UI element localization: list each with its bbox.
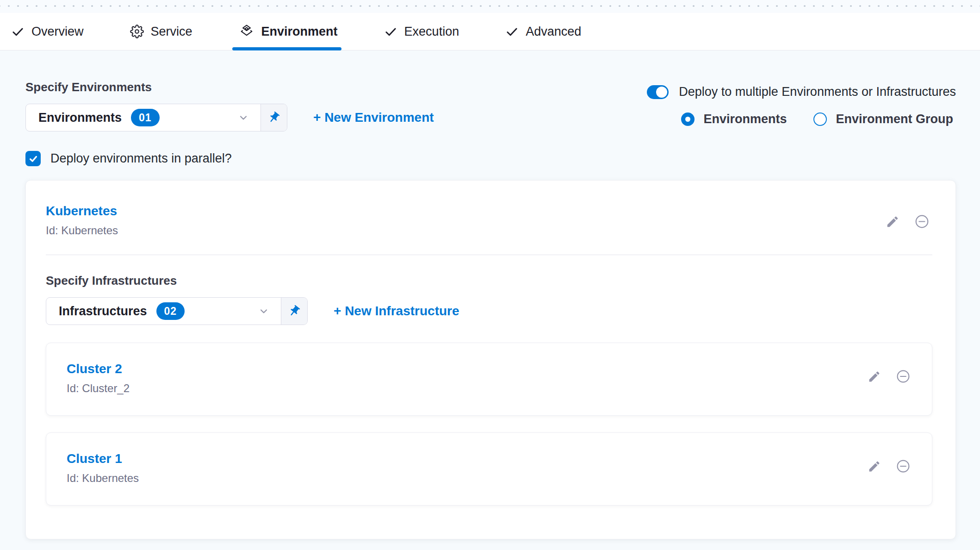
remove-infrastructure-button[interactable]	[896, 459, 911, 474]
check-icon	[384, 25, 397, 38]
environment-id: Id: Kubernetes	[46, 224, 118, 237]
radio-environments-label: Environments	[703, 112, 787, 126]
check-icon	[28, 154, 38, 164]
toggle-knob	[656, 87, 667, 98]
infrastructure-card: Cluster 1 Id: Kubernetes	[46, 432, 932, 506]
radio-environments[interactable]: Environments	[681, 112, 787, 126]
pin-runtime-input-button[interactable]	[281, 298, 307, 325]
tab-service[interactable]: Service	[130, 13, 192, 50]
check-icon	[505, 25, 519, 38]
environments-select-value[interactable]: Environments 01	[26, 104, 261, 131]
infrastructure-id: Id: Kubernetes	[67, 472, 139, 485]
specify-infrastructures-heading: Specify Infrastructures	[46, 274, 932, 288]
tab-label: Service	[151, 25, 192, 39]
infrastructure-name-link[interactable]: Cluster 2	[67, 362, 130, 376]
tab-label: Environment	[261, 25, 338, 39]
radio-unselected-icon[interactable]	[813, 112, 827, 126]
tab-overview[interactable]: Overview	[11, 13, 84, 50]
pencil-icon	[886, 215, 899, 229]
tab-environment[interactable]: Environment	[239, 13, 338, 50]
environments-select[interactable]: Environments 01	[25, 104, 287, 131]
infrastructure-list: Cluster 2 Id: Cluster_2 Cluster 1 Id: Ku…	[46, 343, 932, 506]
infrastructures-select[interactable]: Infrastructures 02	[46, 297, 308, 325]
radio-environment-group[interactable]: Environment Group	[813, 112, 953, 126]
edit-infrastructure-button[interactable]	[868, 370, 881, 383]
infrastructure-id: Id: Cluster_2	[67, 382, 130, 395]
card-divider	[46, 255, 932, 255]
infrastructure-card: Cluster 2 Id: Cluster_2	[46, 343, 932, 416]
new-infrastructure-button[interactable]: + New Infrastructure	[334, 304, 459, 319]
pencil-icon	[868, 370, 881, 383]
edit-environment-button[interactable]	[886, 215, 899, 229]
deploy-parallel-label: Deploy environments in parallel?	[50, 151, 232, 166]
pipeline-canvas-dots	[0, 0, 980, 13]
deploy-parallel-row: Deploy environments in parallel?	[25, 151, 956, 166]
specify-environments-block: Specify Environments Environments 01 + N…	[25, 80, 434, 131]
multi-deploy-toggle[interactable]	[647, 85, 669, 99]
environment-icon	[239, 24, 254, 39]
deploy-parallel-checkbox[interactable]	[25, 151, 41, 166]
environment-tab-content: Specify Environments Environments 01 + N…	[0, 80, 980, 539]
multi-environment-controls: Deploy to multiple Environments or Infra…	[647, 80, 956, 126]
minus-circle-icon	[914, 214, 930, 229]
chevron-down-icon	[258, 305, 270, 317]
new-environment-button[interactable]: + New Environment	[313, 110, 434, 125]
infrastructure-identity: Cluster 2 Id: Cluster_2	[67, 362, 130, 395]
config-tabbar: Overview Service Environment Execution A…	[0, 13, 980, 50]
tab-execution[interactable]: Execution	[384, 13, 459, 50]
edit-infrastructure-button[interactable]	[868, 460, 881, 473]
active-tab-underline	[232, 47, 341, 50]
environment-card: Kubernetes Id: Kubernetes Specify Infras…	[25, 180, 956, 539]
pin-icon	[288, 305, 301, 318]
check-icon	[11, 25, 25, 38]
tab-label: Execution	[404, 25, 459, 39]
radio-selected-icon[interactable]	[681, 112, 695, 126]
infrastructure-name-link[interactable]: Cluster 1	[67, 451, 139, 466]
pin-runtime-input-button[interactable]	[261, 104, 287, 131]
multi-deploy-toggle-label: Deploy to multiple Environments or Infra…	[679, 85, 956, 99]
tab-label: Advanced	[526, 25, 581, 39]
minus-circle-icon	[896, 459, 911, 474]
minus-circle-icon	[896, 369, 911, 384]
infrastructures-count-badge: 02	[156, 302, 185, 320]
infrastructure-identity: Cluster 1 Id: Kubernetes	[67, 451, 139, 485]
specify-environments-heading: Specify Environments	[25, 80, 434, 94]
infrastructures-select-label: Infrastructures	[59, 304, 147, 319]
infrastructures-select-value[interactable]: Infrastructures 02	[46, 298, 281, 325]
remove-infrastructure-button[interactable]	[896, 369, 911, 384]
environment-identity: Kubernetes Id: Kubernetes	[46, 204, 118, 237]
radio-environment-group-label: Environment Group	[836, 112, 953, 126]
pin-icon	[267, 111, 280, 124]
tab-advanced[interactable]: Advanced	[505, 13, 581, 50]
environments-count-badge: 01	[131, 109, 160, 126]
chevron-down-icon	[237, 112, 249, 124]
environment-name-link[interactable]: Kubernetes	[46, 204, 118, 219]
gear-icon	[130, 25, 144, 38]
environments-select-label: Environments	[38, 111, 122, 125]
remove-environment-button[interactable]	[914, 214, 930, 229]
pencil-icon	[868, 460, 881, 473]
tab-label: Overview	[31, 25, 84, 39]
